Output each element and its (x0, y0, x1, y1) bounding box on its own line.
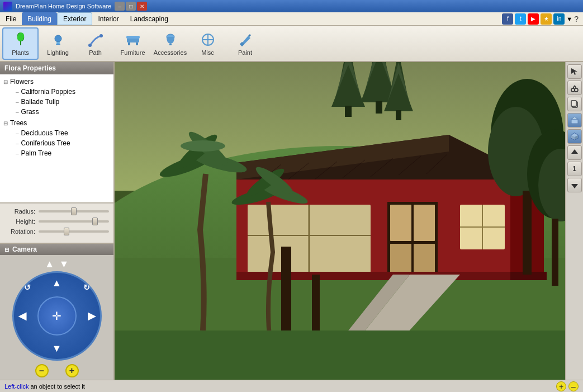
zoom-row: – + (0, 364, 113, 380)
misc-label: Misc (201, 49, 214, 56)
furniture-label: Furniture (120, 49, 145, 56)
grass-label: Grass (21, 108, 39, 116)
lighting-tool[interactable]: Lighting (40, 27, 76, 60)
move-down-button[interactable] (567, 178, 582, 192)
nav-up[interactable]: ▲ (52, 277, 62, 289)
menu-interior[interactable]: Interior (92, 12, 124, 25)
camera-header: ⊟ Camera (0, 244, 113, 255)
svg-rect-31 (396, 110, 401, 120)
svg-rect-23 (345, 106, 352, 117)
svg-rect-4 (56, 44, 60, 45)
coniferious-tree-label: Coniferious Tree (21, 139, 70, 147)
nav-down[interactable]: ▼ (52, 343, 62, 355)
palm-tree-item[interactable]: – Palm Tree (13, 148, 111, 158)
flora-tree[interactable]: ⊟ Flowers – California Poppies – Ballade… (0, 74, 113, 203)
camera-tilt-down[interactable]: ▼ (59, 258, 69, 270)
svg-rect-73 (552, 219, 558, 286)
height-thumb[interactable] (92, 218, 98, 225)
furniture-tool[interactable]: Furniture (115, 27, 151, 60)
twitter-icon[interactable]: t (515, 13, 526, 25)
camera-collapse-icon[interactable]: ⊟ (4, 247, 9, 253)
trees-parent[interactable]: ⊟ Trees (2, 118, 111, 128)
misc-icon (200, 31, 216, 48)
minimize-button[interactable]: – (115, 2, 125, 11)
height-track[interactable] (39, 220, 109, 223)
flowers-expand-icon: ⊟ (3, 79, 8, 85)
star-icon[interactable]: ★ (541, 13, 552, 25)
palm-tree-label: Palm Tree (21, 149, 52, 157)
linkedin-icon[interactable]: in (553, 13, 565, 25)
more-icon[interactable]: ▼ (566, 16, 572, 22)
plants-tool[interactable]: Plants (2, 27, 39, 60)
svg-rect-46 (390, 244, 411, 273)
svg-rect-83 (571, 119, 578, 124)
camera-tilt-up[interactable]: ▲ (45, 258, 55, 270)
menu-exterior[interactable]: Exterior (57, 12, 92, 25)
nav-rotate-ur[interactable]: ↻ (83, 283, 90, 292)
menu-building[interactable]: Building (22, 12, 57, 25)
paint-tool[interactable]: Paint (227, 27, 263, 60)
plants-label: Plants (12, 49, 29, 56)
nav-arrows: ▲ ▼ ◀ ▶ ↺ ↻ (14, 273, 100, 359)
app-icon (3, 2, 12, 11)
svg-rect-70 (523, 191, 532, 275)
nav-left[interactable]: ◀ (18, 310, 26, 322)
help-icon[interactable]: ? (574, 15, 579, 23)
svg-rect-55 (236, 272, 510, 280)
svg-point-5 (88, 44, 92, 47)
facebook-icon[interactable]: f (502, 13, 513, 25)
main-area: Flora Properties ⊟ Flowers – California … (0, 62, 583, 380)
move-up-button[interactable] (567, 145, 582, 160)
paint-label: Paint (238, 49, 252, 56)
rotation-track[interactable] (39, 230, 109, 233)
misc-tool[interactable]: Misc (189, 27, 226, 60)
3d-viewport[interactable] (115, 62, 565, 380)
status-highlight: Left-click (4, 383, 29, 390)
flowers-parent[interactable]: ⊟ Flowers (2, 77, 111, 87)
floor-tool-button[interactable] (567, 113, 582, 127)
trees-label: Trees (10, 119, 27, 127)
radius-track[interactable] (39, 210, 109, 212)
svg-marker-89 (571, 149, 578, 154)
svg-point-2 (55, 35, 61, 42)
flowers-children: – California Poppies – Ballade Tulip – G… (2, 87, 111, 117)
deciduous-tree-item[interactable]: – Deciduous Tree (13, 128, 111, 138)
youtube-icon[interactable]: ▶ (528, 13, 539, 25)
svg-rect-27 (376, 101, 382, 114)
level-button[interactable]: 1 (567, 162, 582, 176)
titlebar: DreamPlan Home Design Software – □ ✕ (0, 0, 583, 12)
close-button[interactable]: ✕ (137, 2, 147, 11)
height-label: Height: (4, 218, 35, 225)
scissors-tool-button[interactable] (567, 81, 582, 95)
ballade-tulip-label: Ballade Tulip (21, 98, 60, 106)
sliders-panel: Radius: Height: Rotation: (0, 203, 113, 243)
copy-tool-button[interactable] (567, 97, 582, 111)
camera-wheel[interactable]: ▲ ▼ ◀ ▶ ↺ ↻ ✛ (12, 271, 102, 361)
svg-rect-47 (414, 244, 435, 273)
plants-icon (12, 31, 29, 48)
window-controls: – □ ✕ (115, 2, 147, 11)
ballade-tulip-item[interactable]: – Ballade Tulip (13, 97, 111, 107)
grass-item[interactable]: – Grass (13, 107, 111, 117)
level-number: 1 (572, 165, 576, 173)
zoom-controls: + – (556, 381, 579, 391)
california-poppies-item[interactable]: – California Poppies (13, 87, 111, 97)
menu-landscaping[interactable]: Landscaping (125, 12, 174, 25)
nav-rotate-ul[interactable]: ↺ (24, 283, 31, 292)
path-tool[interactable]: Path (77, 27, 113, 60)
zoom-plus-button[interactable]: + (556, 381, 566, 391)
zoom-minus-button[interactable]: – (568, 381, 579, 391)
zoom-in-button[interactable]: + (65, 364, 79, 377)
3d-tool-button[interactable] (567, 129, 582, 144)
accessories-tool[interactable]: Accessories (152, 27, 188, 60)
select-tool-button[interactable] (567, 64, 582, 79)
nav-right[interactable]: ▶ (88, 310, 96, 322)
menu-file[interactable]: File (0, 12, 22, 25)
accessories-icon (162, 31, 179, 48)
flowers-label: Flowers (10, 78, 34, 86)
zoom-out-button[interactable]: – (35, 364, 49, 377)
rotation-thumb[interactable] (64, 228, 69, 235)
radius-thumb[interactable] (71, 207, 77, 215)
maximize-button[interactable]: □ (126, 2, 136, 11)
coniferious-tree-item[interactable]: – Coniferious Tree (13, 138, 111, 148)
